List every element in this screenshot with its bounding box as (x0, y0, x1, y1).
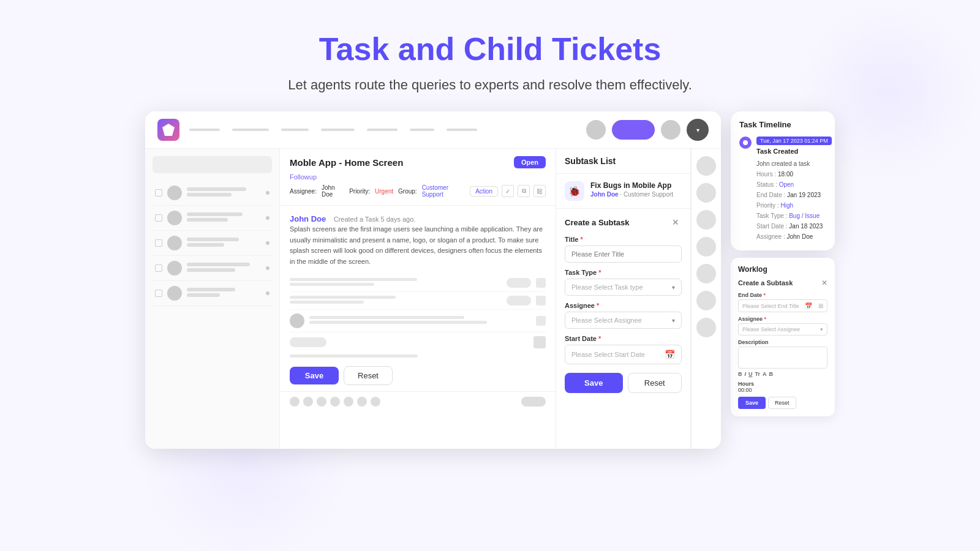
strikethrough-button[interactable]: Tr (755, 371, 761, 377)
ticket-meta: Assignee: John Doe Priority: Urgent Grou… (290, 184, 546, 198)
wl-reset-button[interactable]: Reset (768, 397, 796, 409)
status-value: Open (779, 181, 794, 188)
task-type-placeholder: Please Select Task type (571, 283, 643, 291)
list-item[interactable] (153, 181, 272, 206)
timeline-content: Tue, Jan 17 2023 01:24 PM Task Created J… (756, 137, 832, 242)
sidebar-circle-5[interactable] (696, 264, 716, 283)
nav-link-4[interactable] (321, 129, 355, 131)
start-date-value: Jan 18 2023 (789, 223, 823, 230)
sidebar-circle-3[interactable] (696, 210, 716, 230)
nav-avatar-1[interactable] (586, 120, 606, 140)
worklog-panel: Worklog Create a Subtask ✕ End Date * Pl… (731, 258, 835, 416)
page-dot-1[interactable] (290, 397, 300, 407)
wl-assignee-select[interactable]: Please Select Assignee ▾ (738, 323, 827, 335)
bold-alt-button[interactable]: B (769, 371, 774, 377)
avatar (290, 313, 304, 328)
save-button[interactable]: Save (565, 373, 623, 393)
check-icon-btn[interactable]: ✓ (502, 185, 514, 197)
timeline-assignee: Assignee : John Doe (756, 231, 832, 242)
subtask-item[interactable]: 🐞 Fix Bugs in Mobile App John Doe · Cust… (556, 174, 690, 209)
app-logo[interactable] (157, 119, 179, 141)
subtask-icon: 🐞 (565, 181, 584, 201)
item-lines (290, 296, 502, 305)
nav-highlight-btn[interactable] (612, 120, 655, 140)
placeholder-row (290, 352, 546, 360)
page-dot-5[interactable] (344, 397, 353, 407)
wl-hours-label: Hours (738, 381, 827, 387)
subtask-title: Fix Bugs in Mobile App (590, 181, 673, 190)
sidebar-circle-1[interactable] (696, 156, 716, 176)
comment-author: John Doe (290, 214, 326, 223)
reset-button[interactable]: Reset (628, 373, 682, 393)
nav-link-6[interactable] (410, 129, 434, 131)
assignee-select[interactable]: Please Select Assignee ▾ (565, 312, 682, 329)
main-reset-button[interactable]: Reset (344, 366, 393, 385)
nav-link-1[interactable] (189, 129, 220, 131)
bold-button[interactable]: B (738, 371, 742, 377)
page-dot-4[interactable] (330, 397, 340, 407)
ticket-title-row: Moble App - Home Screen Open (290, 156, 546, 168)
sidebar-circle-2[interactable] (696, 183, 716, 203)
nav-user-menu[interactable]: ▾ (687, 119, 709, 141)
sidebar-circle-4[interactable] (696, 237, 716, 257)
nav-link-5[interactable] (367, 129, 398, 131)
checkbox[interactable] (155, 264, 162, 272)
list-item[interactable] (290, 332, 546, 352)
checkbox[interactable] (155, 189, 162, 197)
followup-label: Followup (290, 173, 317, 181)
page-nav[interactable] (521, 397, 546, 407)
required-marker: * (598, 335, 601, 342)
italic-button[interactable]: I (745, 371, 747, 377)
list-item[interactable] (290, 310, 546, 332)
nav-avatar-2[interactable] (661, 120, 680, 140)
avatar (167, 211, 182, 225)
ticket-body: John Doe Created a Task 5 days ago. Spla… (280, 206, 556, 274)
list-item[interactable] (290, 274, 546, 292)
title-input[interactable] (565, 246, 682, 263)
sidebar-circle-7[interactable] (696, 318, 716, 337)
list-item[interactable] (290, 292, 546, 310)
placeholder-line (290, 354, 418, 358)
wl-end-date-input[interactable]: Please Select End Title 📅 ⊞ (738, 299, 827, 312)
checkbox[interactable] (155, 290, 162, 297)
left-sidebar (145, 149, 280, 449)
worklog-close-button[interactable]: ✕ (821, 279, 827, 287)
wl-save-button[interactable]: Save (738, 397, 766, 409)
main-save-button[interactable]: Save (290, 367, 339, 384)
link-icon-btn[interactable]: ⛓ (533, 185, 546, 197)
font-color-button[interactable]: A (763, 371, 767, 377)
wl-description-field: Description B I U Tr A B (738, 339, 827, 377)
required-marker: * (597, 302, 599, 309)
avatar (167, 286, 182, 301)
main-form-buttons: Save Reset (280, 360, 556, 391)
page-dot-7[interactable] (371, 397, 380, 407)
action-button[interactable]: Action (470, 186, 498, 197)
list-item[interactable] (153, 281, 272, 306)
list-item[interactable] (153, 206, 272, 231)
wl-end-date-label-text: End Date (738, 292, 762, 298)
required-marker: * (580, 236, 582, 243)
page-dot-2[interactable] (303, 397, 313, 407)
close-button[interactable]: ✕ (669, 216, 682, 228)
avatar (167, 236, 182, 250)
checkbox[interactable] (155, 239, 162, 247)
line (309, 316, 464, 319)
timeline-start-date: Start Date : Jan 18 2023 (756, 221, 832, 231)
nav-link-3[interactable] (281, 129, 309, 131)
copy-icon-btn[interactable]: ⧉ (518, 185, 530, 197)
create-subtask-form: Create a Subtask ✕ Title * (556, 209, 690, 400)
pagination (280, 391, 556, 411)
checkbox[interactable] (155, 214, 162, 222)
nav-link-7[interactable] (447, 129, 477, 131)
wl-description-box[interactable] (738, 347, 827, 369)
list-item[interactable] (153, 231, 272, 256)
task-type-select[interactable]: Please Select Task type ▾ (565, 279, 682, 296)
page-dot-3[interactable] (317, 397, 326, 407)
list-item[interactable] (153, 256, 272, 281)
start-date-picker[interactable]: Please Select Start Date 📅 (565, 345, 682, 364)
page-dot-6[interactable] (357, 397, 367, 407)
assignee-label: Assignee * (565, 302, 682, 309)
sidebar-circle-6[interactable] (696, 291, 716, 310)
underline-button[interactable]: U (748, 371, 753, 377)
nav-link-2[interactable] (232, 129, 269, 131)
